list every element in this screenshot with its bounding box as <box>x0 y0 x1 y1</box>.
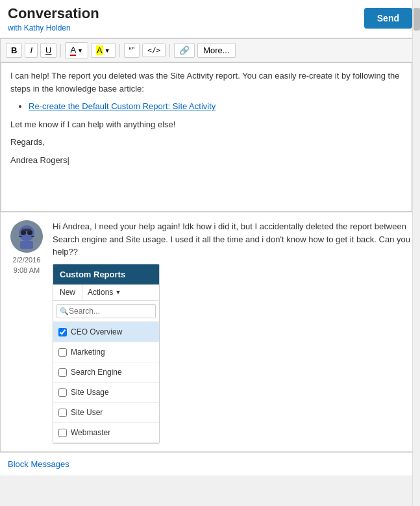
item-label: Site User <box>71 407 103 418</box>
item-label: CEO Overview <box>71 326 122 338</box>
conversation-container: Conversation with Kathy Holden Send B I … <box>0 0 420 475</box>
list-item[interactable]: CEO Overview <box>53 322 159 342</box>
svg-rect-2 <box>20 241 33 249</box>
header-subtitle: with Kathy Holden <box>8 23 99 32</box>
code-button[interactable]: </> <box>142 44 166 57</box>
message-timestamp: 2/2/2016 9:08 AM <box>13 255 41 275</box>
italic-button[interactable]: I <box>25 43 38 58</box>
svg-rect-5 <box>22 229 31 231</box>
list-item[interactable]: Site User <box>53 403 159 423</box>
custom-reports-panel: Custom Reports New Actions ▼ 🔍 <box>53 264 160 444</box>
svg-rect-7 <box>31 236 34 237</box>
item-label: Search Engine <box>71 366 122 378</box>
actions-button[interactable]: Actions ▼ <box>82 285 126 300</box>
conversation-scrollbar-thumb[interactable] <box>414 8 420 31</box>
toolbar-separator-2 <box>119 44 120 57</box>
highlight-button[interactable]: A ▼ <box>91 43 116 58</box>
actions-label: Actions <box>88 288 113 297</box>
conversation-scrollbar-track[interactable] <box>412 0 420 506</box>
editor-line2: Let me know if I can help with anything … <box>10 118 410 131</box>
bold-button[interactable]: B <box>6 43 22 58</box>
avatar <box>10 220 43 253</box>
page-title: Conversation <box>8 5 99 22</box>
search-icon: 🔍 <box>60 306 69 317</box>
panel-toolbar: New Actions ▼ <box>53 285 159 301</box>
highlight-label: A <box>96 45 103 55</box>
more-button[interactable]: More... <box>197 43 235 58</box>
font-color-button[interactable]: A ▼ <box>65 42 88 58</box>
list-item[interactable]: Site Usage <box>53 383 159 403</box>
search-input[interactable] <box>56 304 156 318</box>
item-checkbox[interactable] <box>58 328 67 336</box>
font-color-label: A <box>70 45 76 56</box>
avatar-column: 2/2/2016 9:08 AM <box>7 220 46 444</box>
panel-search: 🔍 <box>53 301 159 322</box>
block-messages-link[interactable]: Block Messages <box>8 459 69 469</box>
item-label: Site Usage <box>71 386 109 398</box>
underline-button[interactable]: U <box>40 43 56 58</box>
message-body: Hi Andrea, I need your help again! Idk h… <box>53 220 413 444</box>
item-checkbox[interactable] <box>58 429 67 437</box>
bottom-bar: Block Messages <box>0 452 420 475</box>
search-wrap: 🔍 <box>56 304 156 318</box>
panel-title: Custom Reports <box>53 264 159 285</box>
send-button[interactable]: Send <box>364 8 412 29</box>
highlight-arrow: ▼ <box>105 47 110 54</box>
avatar-svg <box>10 220 43 253</box>
header: Conversation with Kathy Holden Send <box>0 0 420 38</box>
editor-signature2: Andrea Rogers <box>10 154 410 167</box>
list-item[interactable]: Webmaster <box>53 423 159 443</box>
dropdown-arrow: ▼ <box>77 47 83 54</box>
link-button[interactable]: 🔗 <box>174 43 195 58</box>
editor-signature1: Regards, <box>10 136 410 149</box>
item-checkbox[interactable] <box>58 368 67 377</box>
customer-message: 2/2/2016 9:08 AM Hi Andrea, I need your … <box>1 212 419 451</box>
editor-link[interactable]: Re-create the Default Custom Report: Sit… <box>29 101 216 111</box>
editor-area[interactable]: I can help! The report you deleted was t… <box>1 62 419 212</box>
quote-button[interactable]: “” <box>124 43 140 58</box>
cursor <box>67 155 69 165</box>
editor-content: I can help! The report you deleted was t… <box>10 70 410 166</box>
list-item[interactable]: Marketing <box>53 342 159 362</box>
header-text: Conversation with Kathy Holden <box>8 5 99 32</box>
actions-chevron-down-icon: ▼ <box>115 289 121 296</box>
conversation-box: B I U A ▼ A ▼ “” </> 🔗 More... I can hel… <box>0 38 420 452</box>
editor-toolbar: B I U A ▼ A ▼ “” </> 🔗 More... <box>1 39 419 62</box>
reports-list: CEO Overview Marketing Search Engine <box>53 322 159 443</box>
svg-rect-6 <box>19 236 22 237</box>
new-button[interactable]: New <box>53 285 82 300</box>
toolbar-separator-1 <box>60 44 61 57</box>
editor-line1: I can help! The report you deleted was t… <box>10 70 410 95</box>
item-label: Webmaster <box>71 427 110 438</box>
list-item[interactable]: Search Engine <box>53 362 159 383</box>
item-checkbox[interactable] <box>58 388 67 397</box>
item-checkbox[interactable] <box>58 348 67 357</box>
item-checkbox[interactable] <box>58 409 67 417</box>
message-text: Hi Andrea, I need your help again! Idk h… <box>53 220 413 259</box>
item-label: Marketing <box>71 346 105 358</box>
toolbar-separator-3 <box>169 44 170 57</box>
